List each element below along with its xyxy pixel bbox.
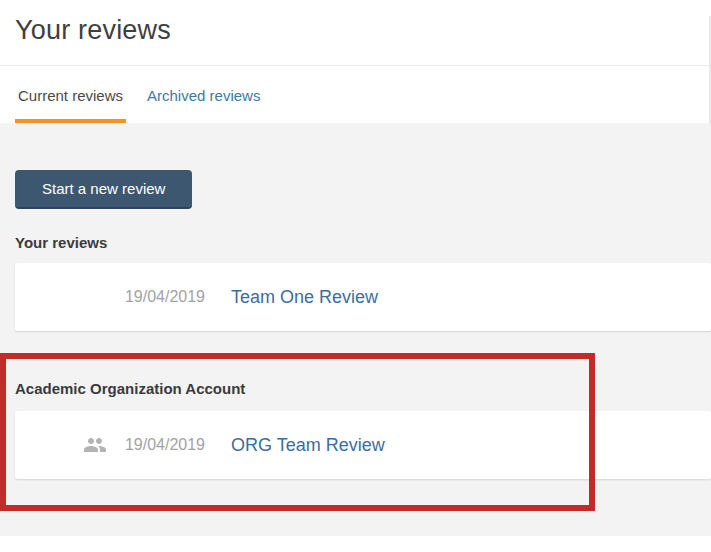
review-date: 19/04/2019 [125,288,205,306]
review-row-meta: 19/04/2019 [15,433,205,457]
review-row-meta: 19/04/2019 [15,288,205,306]
review-row-team-one[interactable]: 19/04/2019 Team One Review [15,263,711,331]
start-new-review-button[interactable]: Start a new review [15,170,192,209]
page-header: Your reviews [0,0,711,66]
tab-bar: Current reviews Archived reviews [0,67,711,123]
review-date: 19/04/2019 [125,436,205,454]
review-link-org-team[interactable]: ORG Team Review [231,435,385,456]
page-title: Your reviews [15,15,171,46]
review-link-team-one[interactable]: Team One Review [231,287,378,308]
section-heading-academic-org: Academic Organization Account [15,380,245,397]
review-row-org-team[interactable]: 19/04/2019 ORG Team Review [15,411,711,479]
section-heading-your-reviews: Your reviews [15,234,107,251]
reviews-page: Your reviews Current reviews Archived re… [0,0,711,552]
group-icon [83,433,107,457]
tab-current-reviews[interactable]: Current reviews [15,67,126,123]
tab-archived-reviews[interactable]: Archived reviews [144,67,263,123]
